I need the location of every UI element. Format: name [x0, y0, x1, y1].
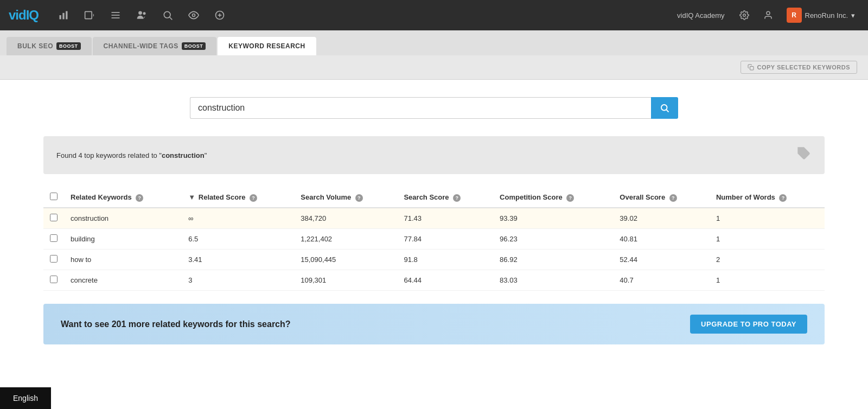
cell-search-volume: 1,221,402	[294, 229, 397, 250]
cell-keyword: building	[64, 229, 182, 250]
col-header-num-words: Number of Words ?	[710, 187, 825, 208]
cell-related-score: 3.41	[182, 250, 294, 270]
svg-point-17	[767, 11, 770, 15]
tag-icon	[796, 146, 812, 164]
col-header-search-volume: Search Volume ?	[294, 187, 397, 208]
table-header-checkbox	[43, 187, 64, 208]
svg-marker-4	[93, 14, 94, 17]
cell-keyword: construction	[64, 208, 182, 229]
cell-overall-score: 52.44	[613, 250, 710, 270]
cell-num-words: 1	[710, 208, 825, 229]
cell-competition-score: 93.39	[493, 208, 613, 229]
overall-score-help-icon[interactable]: ?	[669, 194, 677, 202]
footer-language[interactable]: English	[0, 387, 51, 409]
user-icon[interactable]	[758, 5, 778, 25]
svg-rect-3	[85, 11, 92, 18]
svg-point-8	[138, 11, 142, 15]
results-banner-text: Found 4 top keywords related to "constru…	[56, 151, 207, 159]
row-checkbox[interactable]	[50, 255, 58, 263]
row-checkbox[interactable]	[50, 276, 58, 283]
search-button[interactable]	[651, 97, 678, 119]
boost-badge-channel-tags: BOOST	[182, 42, 206, 50]
cell-competition-score: 83.03	[493, 270, 613, 291]
cell-related-score: 3	[182, 270, 294, 291]
table-row: construction ∞ 384,720 71.43 93.39 39.02…	[43, 208, 825, 229]
svg-point-19	[661, 105, 667, 111]
cell-search-score: 77.84	[397, 229, 493, 250]
add-icon[interactable]	[208, 3, 232, 27]
row-checkbox-cell	[43, 229, 64, 250]
people-icon[interactable]	[130, 3, 154, 27]
tabs-bar: BULK SEO BOOST CHANNEL-WIDE TAGS BOOST K…	[0, 30, 868, 55]
cell-related-score: ∞	[182, 208, 294, 229]
search-icon[interactable]	[156, 3, 180, 27]
col-header-competition-score: Competition Score ?	[493, 187, 613, 208]
academy-button[interactable]: vidIQ Academy	[672, 8, 730, 23]
top-navigation: vidIQ vidIQ Academy	[0, 0, 868, 30]
related-score-help-icon[interactable]: ?	[250, 194, 257, 202]
svg-point-9	[143, 12, 146, 15]
select-all-checkbox[interactable]	[50, 193, 58, 200]
analytics-icon[interactable]	[52, 3, 75, 27]
svg-point-10	[164, 11, 170, 18]
tab-channel-wide-tags[interactable]: CHANNEL-WIDE TAGS BOOST	[93, 37, 217, 55]
table-row: concrete 3 109,301 64.44 83.03 40.7 1	[43, 270, 825, 291]
table-row: building 6.5 1,221,402 77.84 96.23 40.81…	[43, 229, 825, 250]
svg-rect-18	[750, 67, 754, 71]
svg-rect-0	[60, 15, 61, 20]
search-container	[190, 97, 678, 119]
row-checkbox[interactable]	[50, 214, 58, 221]
row-checkbox[interactable]	[50, 234, 58, 242]
settings-icon[interactable]	[735, 5, 754, 25]
search-button-icon	[660, 103, 669, 113]
results-keyword: construction	[162, 151, 205, 159]
cell-search-volume: 384,720	[294, 208, 397, 229]
row-checkbox-cell	[43, 208, 64, 229]
cell-search-score: 64.44	[397, 270, 493, 291]
num-words-help-icon[interactable]: ?	[779, 194, 787, 202]
nav-right: vidIQ Academy R RenoRun Inc. ▾	[672, 5, 859, 25]
col-header-related-keywords: Related Keywords ?	[64, 187, 182, 208]
competition-score-help-icon[interactable]: ?	[566, 194, 574, 202]
cell-related-score: 6.5	[182, 229, 294, 250]
svg-point-16	[743, 14, 745, 17]
col-header-related-score[interactable]: ▼ Related Score ?	[182, 187, 294, 208]
logo[interactable]: vidIQ	[9, 8, 39, 23]
cell-keyword: concrete	[64, 270, 182, 291]
copy-keywords-button[interactable]: COPY SELECTED KEYWORDS	[741, 61, 857, 74]
main-content: BULK SEO BOOST CHANNEL-WIDE TAGS BOOST K…	[0, 30, 868, 409]
upgrade-button[interactable]: UPGRADE TO PRO TODAY	[690, 315, 807, 334]
sort-arrow-icon: ▼	[188, 193, 195, 201]
svg-point-12	[193, 14, 195, 17]
keywords-table: Related Keywords ? ▼ Related Score ? Sea…	[43, 187, 825, 291]
tab-keyword-research[interactable]: KEYWORD RESEARCH	[218, 37, 316, 55]
cell-overall-score: 40.81	[613, 229, 710, 250]
eye-icon[interactable]	[182, 3, 206, 27]
related-keywords-help-icon[interactable]: ?	[136, 194, 143, 202]
cell-overall-score: 40.7	[613, 270, 710, 291]
row-checkbox-cell	[43, 270, 64, 291]
search-volume-help-icon[interactable]: ?	[355, 194, 363, 202]
col-header-overall-score: Overall Score ?	[613, 187, 710, 208]
row-checkbox-cell	[43, 250, 64, 270]
tab-bulk-seo-label: BULK SEO	[17, 42, 53, 50]
upsell-text: Want to see 201 more related keywords fo…	[61, 319, 291, 329]
cell-search-volume: 109,301	[294, 270, 397, 291]
search-score-help-icon[interactable]: ?	[453, 194, 461, 202]
channel-name: RenoRun Inc.	[805, 11, 848, 20]
cell-keyword: how to	[64, 250, 182, 270]
table-section: Related Keywords ? ▼ Related Score ? Sea…	[0, 183, 868, 299]
keyword-search-input[interactable]	[190, 97, 651, 119]
language-label: English	[13, 394, 38, 402]
tab-bulk-seo[interactable]: BULK SEO BOOST	[7, 37, 92, 55]
table-body: construction ∞ 384,720 71.43 93.39 39.02…	[43, 208, 825, 291]
channel-selector[interactable]: R RenoRun Inc. ▾	[782, 5, 860, 25]
col-header-search-volume-label: Search Volume	[301, 193, 351, 201]
list-icon[interactable]	[104, 3, 127, 27]
svg-rect-2	[66, 11, 67, 20]
col-header-num-words-label: Number of Words	[716, 193, 775, 201]
copy-keywords-label: COPY SELECTED KEYWORDS	[757, 64, 850, 71]
video-icon[interactable]	[78, 3, 101, 27]
cell-search-score: 71.43	[397, 208, 493, 229]
cell-num-words: 1	[710, 270, 825, 291]
